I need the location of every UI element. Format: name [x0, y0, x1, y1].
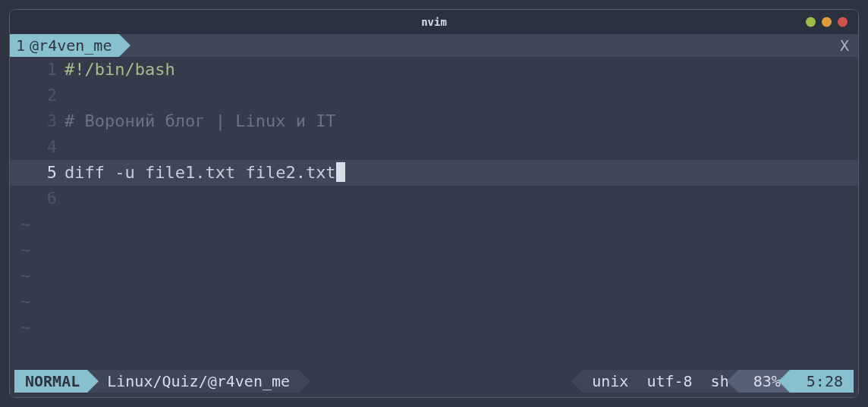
terminal-window: nvim 1 @r4ven_me X 1#!/bin/bash23# Ворон…	[9, 9, 859, 398]
line-number: 6	[10, 186, 64, 211]
editor-line[interactable]: 5diff -u file1.txt file2.txt	[10, 160, 858, 186]
close-x-icon: X	[840, 36, 849, 55]
cursor-icon	[336, 162, 345, 182]
tab-index: 1	[16, 36, 25, 55]
code-text[interactable]: # Вороний блог | Linux и IT	[64, 108, 858, 134]
line-number: 5	[10, 160, 64, 186]
line-number: 2	[10, 83, 64, 108]
code-text[interactable]: diff -u file1.txt file2.txt	[64, 160, 858, 186]
mode-label: NORMAL	[25, 372, 80, 390]
editor-line[interactable]: 6	[10, 186, 858, 211]
line-number: 1	[10, 57, 64, 83]
editor-line[interactable]: 4	[10, 134, 858, 160]
encoding-label: utf-8	[646, 372, 692, 390]
window-controls	[806, 17, 848, 27]
editor-content: 1 @r4ven_me X 1#!/bin/bash23# Вороний бл…	[10, 34, 858, 397]
editor-line[interactable]: 2	[10, 83, 858, 108]
empty-line-tilde: ~	[10, 315, 858, 340]
mode-segment: NORMAL	[14, 370, 87, 393]
tab-active[interactable]: 1 @r4ven_me	[10, 34, 119, 57]
path-segment: Linux/Quiz/@r4ven_me	[87, 370, 299, 393]
code-text[interactable]: #!/bin/bash	[64, 57, 858, 83]
line-number: 4	[10, 134, 64, 160]
percent-label: 83%	[753, 372, 781, 390]
status-spacer	[299, 370, 583, 393]
tab-label: @r4ven_me	[30, 36, 112, 55]
fileformat-label: unix	[592, 372, 628, 390]
file-path: Linux/Quiz/@r4ven_me	[107, 372, 290, 390]
position-segment: 5:28	[790, 370, 854, 393]
window-title: nvim	[421, 16, 447, 28]
window-titlebar[interactable]: nvim	[10, 10, 858, 34]
maximize-icon[interactable]	[822, 17, 832, 27]
status-line: NORMAL Linux/Quiz/@r4ven_me unix utf-8 s…	[14, 370, 854, 393]
empty-line-tilde: ~	[10, 211, 858, 237]
line-number: 3	[10, 108, 64, 134]
empty-line-tilde: ~	[10, 237, 858, 263]
empty-line-tilde: ~	[10, 289, 858, 315]
minimize-icon[interactable]	[806, 17, 816, 27]
empty-line-tilde: ~	[10, 263, 858, 289]
editor-line[interactable]: 1#!/bin/bash	[10, 57, 858, 83]
close-icon[interactable]	[838, 17, 848, 27]
position-label: 5:28	[807, 372, 843, 390]
editor-line[interactable]: 3# Вороний блог | Linux и IT	[10, 108, 858, 134]
tab-bar: 1 @r4ven_me X	[10, 34, 858, 57]
status-right-group: unix utf-8 sh 83% 5:28	[583, 370, 854, 393]
editor-area[interactable]: 1#!/bin/bash23# Вороний блог | Linux и I…	[10, 57, 858, 370]
tab-close-button[interactable]: X	[831, 34, 858, 57]
